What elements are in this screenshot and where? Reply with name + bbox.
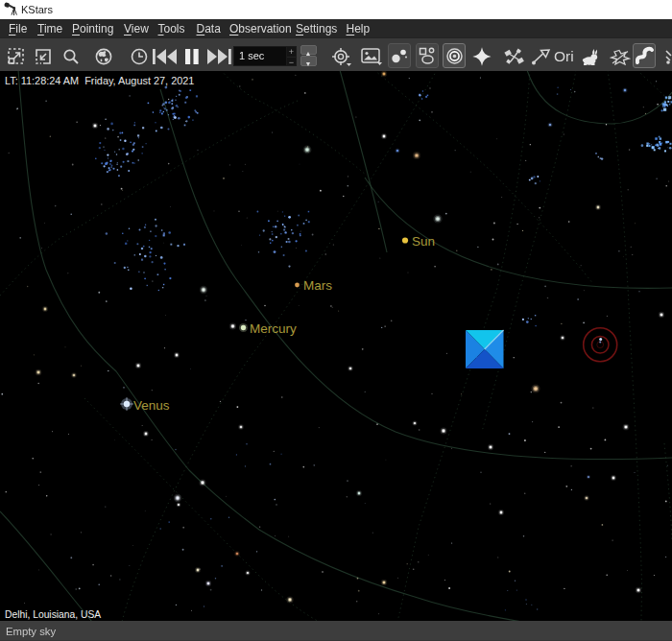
svg-text:Mercury: Mercury xyxy=(250,321,297,336)
svg-text:LT: 11:28:24 AM Friday, Augus: LT: 11:28:24 AM Friday, August 27, 2021 xyxy=(5,75,194,86)
svg-text:Delhi, Louisiana, USA: Delhi, Louisiana, USA xyxy=(5,609,101,620)
svg-text:Venus: Venus xyxy=(133,398,170,413)
svg-text:Mars: Mars xyxy=(303,278,332,293)
svg-text:Sun: Sun xyxy=(412,234,435,249)
